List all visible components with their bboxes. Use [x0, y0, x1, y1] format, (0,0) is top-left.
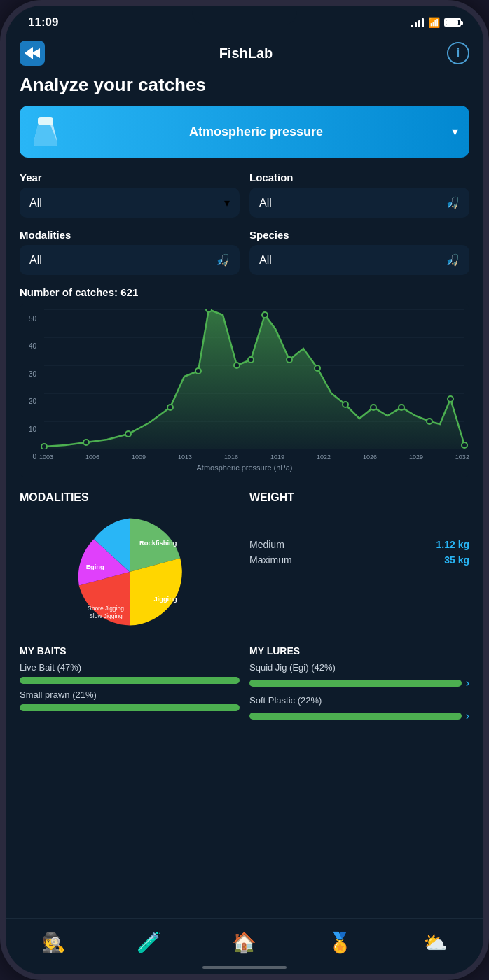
scroll-content[interactable]: Analyze your catches Atmospheric pressur… [6, 74, 483, 974]
home-icon: 🏠 [232, 931, 256, 954]
nav-item-home[interactable]: 🏠 [232, 931, 256, 954]
svg-point-10 [83, 440, 89, 445]
y-tick-50: 50 [20, 315, 36, 323]
status-icons: 📶 [411, 17, 461, 28]
x-tick-1016: 1016 [224, 454, 238, 461]
bait-item-2-bar [20, 704, 240, 711]
lure-item-2-arrow[interactable]: › [466, 710, 469, 722]
home-indicator [202, 966, 287, 969]
location-value: All [259, 197, 272, 209]
lures-section: MY LURES Squid Jig (Egi) (42%) › Soft Pl… [249, 645, 469, 728]
status-time: 11:09 [28, 15, 58, 29]
location-select[interactable]: All 🎣 [249, 188, 469, 218]
x-tick-1032: 1032 [455, 454, 469, 461]
svg-point-18 [287, 357, 292, 363]
lures-title: MY LURES [249, 645, 469, 657]
year-select[interactable]: All ▾ [20, 188, 240, 218]
lure-item-1-bar-row: › [249, 677, 469, 690]
x-tick-1019: 1019 [270, 454, 284, 461]
modalities-icon: 🎣 [216, 253, 230, 267]
x-tick-1022: 1022 [317, 454, 331, 461]
weight-section-title: WEIGHT [249, 491, 469, 504]
bait-item-1-bar-row [20, 677, 240, 684]
lure-item-1-bar [249, 680, 462, 687]
favorites-icon: 🏅 [328, 931, 352, 954]
profile-icon: 🕵️ [41, 931, 66, 954]
year-label: Year [20, 172, 240, 183]
x-tick-1009: 1009 [132, 454, 146, 461]
maximum-label: Maximum [249, 554, 292, 566]
pie-chart-svg: Rockfishing Jigging Shore Jigging Slow J… [70, 512, 189, 631]
maximum-value: 35 kg [444, 554, 469, 566]
year-location-row: Year All ▾ Location All 🎣 [20, 172, 469, 218]
battery-icon [444, 18, 461, 27]
notch [192, 6, 297, 25]
baits-lures-row: MY BAITS Live Bait (47%) Small prawn (21… [20, 645, 469, 728]
nav-item-weather[interactable]: ⛅ [423, 931, 448, 954]
baits-title: MY BAITS [20, 645, 240, 657]
svg-point-24 [448, 396, 453, 402]
line-chart-svg [39, 309, 469, 449]
svg-point-22 [399, 405, 404, 410]
y-tick-20: 20 [20, 398, 36, 405]
lure-item-2-label: Soft Plastic (22%) [249, 695, 469, 706]
lure-item-2-bar-row: › [249, 710, 469, 722]
svg-point-14 [206, 309, 212, 312]
pie-chart-wrapper: Rockfishing Jigging Shore Jigging Slow J… [20, 512, 240, 631]
x-tick-1013: 1013 [178, 454, 192, 461]
bait-item-2-label: Small prawn (21%) [20, 690, 240, 700]
year-value: All [29, 197, 42, 209]
nav-item-favorites[interactable]: 🏅 [328, 931, 352, 954]
pressure-dropdown-arrow[interactable]: ▾ [452, 124, 458, 139]
pressure-selector[interactable]: Atmospheric pressure ▾ [20, 106, 469, 158]
app-header: FishLab i [6, 35, 483, 74]
y-tick-0: 0 [20, 453, 36, 461]
svg-text:Slow Jigging: Slow Jigging [89, 612, 123, 620]
maximum-row: Maximum 35 kg [249, 554, 469, 566]
svg-point-11 [125, 431, 131, 437]
modalities-select[interactable]: All 🎣 [20, 245, 240, 275]
location-filter-col: Location All 🎣 [249, 172, 469, 218]
svg-point-25 [462, 442, 467, 448]
page-title: Analyze your catches [20, 74, 469, 96]
lure-item-1-arrow[interactable]: › [466, 677, 469, 690]
svg-point-21 [371, 405, 376, 410]
location-icon: 🎣 [446, 196, 460, 209]
modalities-weight-row: MODALITIES [20, 491, 469, 631]
svg-point-15 [234, 363, 240, 368]
species-icon: 🎣 [446, 253, 460, 267]
bait-item-2-bar-row [20, 704, 240, 711]
phone-screen: 11:09 📶 Fi [6, 6, 483, 974]
medium-value: 1.12 kg [436, 539, 469, 550]
nav-item-analyze[interactable]: 🧪 [137, 931, 161, 954]
phone-frame: 11:09 📶 Fi [0, 0, 489, 980]
pressure-chart: 50 40 30 20 10 0 [20, 304, 469, 477]
svg-rect-2 [38, 117, 53, 125]
catches-count: Number of catches: 621 [20, 286, 469, 298]
y-tick-40: 40 [20, 342, 36, 350]
species-select[interactable]: All 🎣 [249, 245, 469, 275]
svg-point-16 [248, 357, 254, 363]
medium-label: Medium [249, 539, 284, 550]
x-tick-1003: 1003 [39, 454, 53, 461]
x-tick-1029: 1029 [409, 454, 423, 461]
app-title: FishLab [219, 46, 273, 62]
modalities-filter-col: Modalities All 🎣 [20, 229, 240, 275]
svg-text:Eging: Eging [86, 564, 104, 570]
lure-item-1-label: Squid Jig (Egi) (42%) [249, 662, 469, 673]
modalities-species-row: Modalities All 🎣 Species All 🎣 [20, 229, 469, 275]
baits-section: MY BAITS Live Bait (47%) Small prawn (21… [20, 645, 240, 728]
nav-item-profile[interactable]: 🕵️ [41, 931, 66, 954]
chart-svg-wrapper: 1003 1006 1009 1013 1016 1019 1022 1026 … [39, 309, 469, 461]
signal-icon [411, 18, 424, 27]
flask-icon [31, 115, 60, 148]
y-tick-30: 30 [20, 370, 36, 378]
bait-item-1-label: Live Bait (47%) [20, 662, 240, 673]
chart-x-label: Atmospheric pressure (hPa) [20, 463, 469, 472]
medium-row: Medium 1.12 kg [249, 539, 469, 550]
info-button[interactable]: i [447, 42, 469, 64]
svg-point-17 [262, 312, 268, 318]
svg-point-23 [427, 419, 432, 424]
weather-icon: ⛅ [423, 931, 448, 954]
bait-item-1-bar [20, 677, 240, 684]
